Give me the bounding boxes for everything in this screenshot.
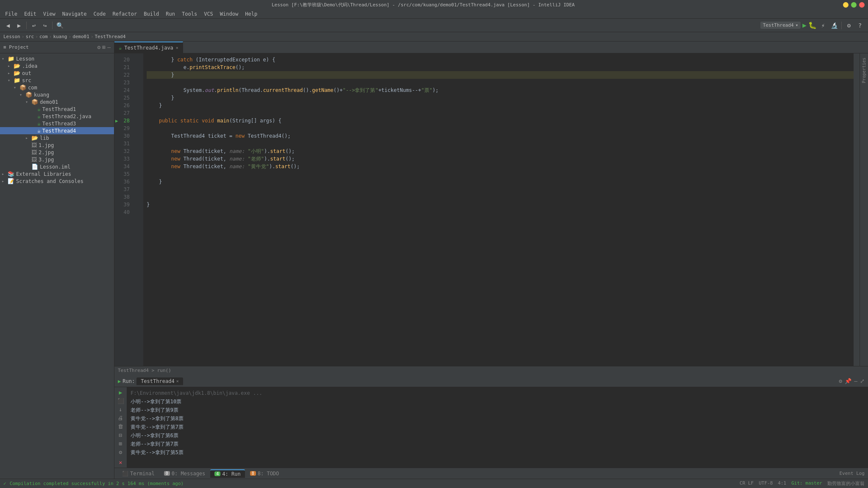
toolbar-forward-button[interactable]: ▶	[14, 21, 24, 30]
toolbar-coverage-button[interactable]: 🔬	[829, 21, 839, 30]
menu-view[interactable]: View	[40, 10, 59, 18]
breadcrumb-testthread4[interactable]: TestThread4	[95, 34, 126, 39]
tree-out[interactable]: ▸ 📂 out	[0, 69, 114, 77]
menu-navigate[interactable]: Navigate	[59, 10, 90, 18]
btab-run[interactable]: 4 4: Run	[210, 469, 245, 478]
panel-expand-icon[interactable]: ⊞	[102, 44, 106, 50]
panel-minimize-icon[interactable]: –	[854, 378, 857, 384]
status-encoding[interactable]: UTF-8	[759, 480, 773, 487]
menu-refactor[interactable]: Refactor	[109, 10, 140, 18]
code-line-35	[147, 170, 854, 178]
panel-gear-icon[interactable]: ⚙	[97, 44, 101, 50]
toolbar: ◀ ▶ ↩ ↪ 🔍 TestThread4 ▾ ▶ 🐛 ⚡ 🔬 ⚙ ?	[0, 19, 868, 32]
fold-button[interactable]: ⊟	[116, 432, 125, 438]
code-line-40	[147, 208, 854, 216]
menu-help[interactable]: Help	[242, 10, 261, 18]
run-config-selector[interactable]: TestThread4 ▾	[760, 22, 801, 29]
minimize-button[interactable]	[843, 2, 849, 8]
breadcrumb-kuang[interactable]: kuang	[53, 34, 67, 39]
toolbar-back-button[interactable]: ◀	[3, 21, 13, 30]
project-panel-header: ≡ Project ⚙ ⊞ –	[0, 42, 114, 53]
messages-label: 0: Messages	[172, 471, 205, 477]
menu-vcs[interactable]: VCS	[200, 10, 217, 18]
toolbar-settings-button[interactable]: ⚙	[844, 21, 854, 30]
chevron-down-icon: ▾	[19, 92, 25, 97]
tree-testthread4[interactable]: ☕ TestThread4	[0, 127, 114, 134]
run-button[interactable]: ▶	[802, 21, 807, 29]
clear-button[interactable]: 🗑	[116, 423, 125, 430]
tree-com[interactable]: ▾ 📦 com	[0, 84, 114, 91]
tree-demo01[interactable]: ▾ 📦 demo01	[0, 98, 114, 105]
main-area: ≡ Project ⚙ ⊞ – ▾ 📁 Lesson ▸ 📂 .idea	[0, 42, 868, 479]
scratches-icon: 📝	[8, 178, 14, 184]
close-button[interactable]	[859, 2, 865, 8]
tree-idea[interactable]: ▸ 📂 .idea	[0, 62, 114, 69]
output-line-1: 小明-->拿到了第10票	[131, 397, 865, 406]
run-output: F:\Environment\java\jdk1.8\bin\java.exe …	[127, 387, 868, 468]
tree-testthread2[interactable]: ☕ TestThread2.java	[0, 113, 114, 120]
breadcrumb-com[interactable]: com	[39, 34, 48, 39]
print-button[interactable]: 🖨	[116, 415, 125, 421]
debug-button[interactable]: 🐛	[808, 21, 817, 29]
toolbar-undo-button[interactable]: ↩	[29, 21, 39, 30]
run-gutter-icon[interactable]: ▶	[115, 117, 118, 125]
menu-run[interactable]: Run	[162, 10, 178, 18]
menu-code[interactable]: Code	[90, 10, 109, 18]
tree-img3[interactable]: 🖼 3.jpg	[0, 156, 114, 163]
line-numbers: 20 21 22 23 24 25 26 27 ▶ 28 29 30 31 32…	[114, 53, 135, 366]
btab-terminal[interactable]: ⬛ Terminal	[118, 470, 159, 477]
status-check-icon: ✓	[3, 481, 6, 486]
maximize-button[interactable]	[851, 2, 857, 8]
scroll-end-button[interactable]: ↓	[116, 406, 125, 413]
toolbar-redo-button[interactable]: ↪	[40, 21, 50, 30]
rerun-button[interactable]: ▶	[116, 389, 125, 396]
panel-collapse-icon[interactable]: –	[107, 44, 111, 50]
btab-messages[interactable]: 0 0: Messages	[160, 470, 210, 477]
tree-img2[interactable]: 🖼 2.jpg	[0, 149, 114, 156]
tree-testthread3[interactable]: ☕ TestThread3	[0, 120, 114, 127]
tree-lesson[interactable]: ▾ 📁 Lesson	[0, 55, 114, 62]
btab-todo[interactable]: 8 8: TODO	[246, 470, 284, 477]
close-run-button[interactable]: ✕	[116, 459, 125, 466]
code-content[interactable]: } catch (InterruptedException e) { e.pri…	[143, 53, 854, 366]
menu-file[interactable]: File	[2, 10, 21, 18]
menu-edit[interactable]: Edit	[21, 10, 40, 18]
tree-lib[interactable]: ▸ 📂 lib	[0, 134, 114, 141]
filter-button[interactable]: ⚙	[116, 449, 125, 456]
bottom-tab-testthread4[interactable]: TestThread4 ✕	[136, 377, 183, 385]
status-crlf[interactable]: CR LF	[740, 480, 754, 487]
tree-img1[interactable]: 🖼 1.jpg	[0, 141, 114, 149]
menu-build[interactable]: Build	[140, 10, 162, 18]
menu-window[interactable]: Window	[217, 10, 242, 18]
unfold-button[interactable]: ⊞	[116, 440, 125, 447]
tree-src[interactable]: ▾ 📁 src	[0, 77, 114, 84]
breadcrumb-demo01[interactable]: demo01	[72, 34, 89, 39]
module-icon: 📄	[31, 164, 38, 170]
run-tab-close-button[interactable]: ✕	[176, 379, 179, 383]
tab-close-button[interactable]: ✕	[176, 45, 178, 50]
toolbar-help-button[interactable]: ?	[855, 21, 865, 30]
panel-settings-icon[interactable]: ⚙	[839, 378, 842, 384]
status-git[interactable]: Git: master	[791, 480, 822, 487]
status-position[interactable]: 4:1	[778, 480, 786, 487]
line-num-22: 22	[114, 71, 131, 79]
tree-lessonxml[interactable]: 📄 Lesson.iml	[0, 163, 114, 170]
tab-testthread4[interactable]: ☕ TestThread4.java ✕	[114, 42, 183, 53]
toolbar-search-button[interactable]: 🔍	[55, 21, 64, 30]
panel-expand2-icon[interactable]: ⤢	[860, 378, 865, 384]
ext-libs-icon: 📚	[8, 171, 14, 177]
tree-kuang[interactable]: ▾ 📦 kuang	[0, 91, 114, 98]
toolbar-profile-button[interactable]: ⚡	[818, 21, 828, 30]
menu-tools[interactable]: Tools	[178, 10, 200, 18]
window-controls[interactable]	[843, 2, 865, 8]
breadcrumb-src[interactable]: src	[25, 34, 34, 39]
tree-testthread1[interactable]: ☕ TestThread1	[0, 105, 114, 113]
event-log-label[interactable]: Event Log	[839, 471, 865, 476]
panel-pin-icon[interactable]: 📌	[845, 378, 851, 384]
tree-extlibs[interactable]: ▸ 📚 External Libraries	[0, 170, 114, 177]
project-folder-icon: 📁	[8, 55, 14, 62]
tree-scratches[interactable]: ▸ 📝 Scratches and Consoles	[0, 177, 114, 185]
stop-button[interactable]: ⬛	[116, 397, 125, 404]
properties-label[interactable]: Properties	[862, 55, 866, 86]
breadcrumb-lesson[interactable]: Lesson	[3, 34, 20, 39]
